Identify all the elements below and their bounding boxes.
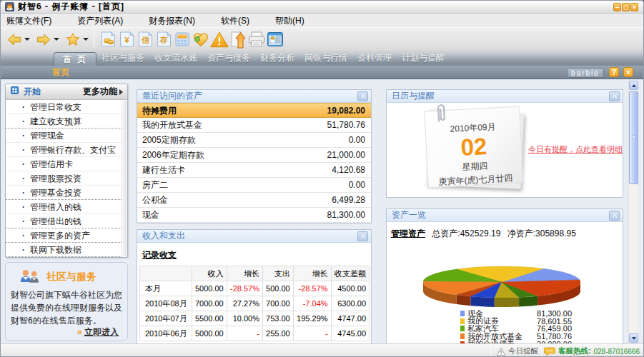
- scrollbar-thumb[interactable]: [629, 91, 638, 184]
- reminder-warning-icon[interactable]: [210, 29, 229, 49]
- asset-row-7[interactable]: 现金81,300.00: [137, 208, 371, 223]
- manage-assets-link[interactable]: 管理资产: [391, 228, 425, 238]
- forward-arrow-icon[interactable]: [36, 29, 51, 49]
- ie-cell-2-4: 4747.00: [331, 311, 369, 326]
- ie-cell-2-3: 195.29%: [293, 311, 331, 326]
- ie-cell-1-1: 27.27%: [227, 296, 262, 311]
- title-bar: 财智6 - 例子账簿 - [首页] — □ ×: [1, 1, 643, 14]
- start-panel-title: 开始: [24, 86, 41, 98]
- sidebar-item-7[interactable]: ·管理借入的钱: [6, 200, 122, 214]
- ie-col-header-0: [140, 266, 192, 281]
- asset-row-4[interactable]: 建行生活卡4,120.68: [137, 163, 371, 178]
- user-button[interactable]: barbie: [567, 68, 604, 78]
- print-icon[interactable]: [247, 29, 266, 49]
- sidebar-item-4[interactable]: ·管理信用卡: [6, 157, 122, 171]
- tab-4[interactable]: 网银与行情: [299, 52, 352, 66]
- total-assets-value: 总资产:452529.19: [432, 228, 500, 238]
- asset-row-2[interactable]: 2005定期存款0.00: [137, 133, 371, 148]
- more-functions-link[interactable]: 更多功能: [83, 86, 123, 98]
- back-arrow-icon[interactable]: [7, 29, 21, 49]
- favorites-star-dropdown-icon[interactable]: [83, 38, 89, 41]
- scroll-up-button[interactable]: [629, 81, 638, 90]
- tab-2[interactable]: 资产与债务: [202, 52, 255, 66]
- back-arrow-dropdown-icon[interactable]: [24, 38, 30, 41]
- menu-bar: 账簿文件(F)资产列表(A)财务报表(N)软件(S)帮助(H): [1, 14, 643, 27]
- ie-col-header-2: 增长: [227, 266, 262, 281]
- recent-assets-panel: 最近访问的资产 待摊费用19,082.00我的开放式基金51,780.76200…: [137, 89, 372, 223]
- page-close-button[interactable]: ×: [623, 67, 633, 77]
- deposit-icon[interactable]: 存: [154, 29, 173, 49]
- toolbar-group-12: [266, 29, 284, 49]
- assets-overview-close-icon[interactable]: [609, 211, 620, 221]
- asset-row-6[interactable]: 公积金6,499.28: [137, 193, 371, 208]
- income-expense-icon[interactable]: ¥: [117, 29, 136, 49]
- ie-row-3: 2010年06月5000.00-255.00-4745.00: [140, 326, 370, 341]
- paperclip-icon: [434, 104, 447, 125]
- asset-row-5[interactable]: 房产二0.00: [137, 178, 371, 193]
- legend-color-swatch: [460, 318, 465, 324]
- menu-item-1[interactable]: 资产列表(A): [71, 14, 133, 27]
- sidebar-item-5[interactable]: ·管理股票投资: [6, 171, 122, 186]
- assets-overview-header: 资产一览: [387, 209, 623, 222]
- sidebar-item-8[interactable]: ·管理借出的钱: [6, 214, 122, 228]
- upgrade-icon[interactable]: [229, 29, 247, 49]
- status-bar: 今日提醒 客服热线: 028-87016666: [1, 343, 643, 357]
- more-arrow-icon: [119, 89, 123, 95]
- sidebar-item-3[interactable]: ·管理银行存款、支付宝: [6, 143, 122, 157]
- maximize-button[interactable]: □: [622, 3, 630, 11]
- record-income-expense-link[interactable]: 记录收支: [142, 249, 177, 261]
- ie-table-head: 收入增长支出增长收支差额: [140, 266, 370, 281]
- menu-item-0[interactable]: 账簿文件(F): [1, 14, 61, 27]
- asset-row-3[interactable]: 2006年定期存款21,000.00: [137, 148, 371, 163]
- tab-0[interactable]: 社区与服务: [96, 52, 149, 66]
- tab-1[interactable]: 收支流水账: [149, 52, 202, 66]
- asset-row-0[interactable]: 待摊费用19,082.00: [137, 103, 371, 118]
- recent-assets-close-icon[interactable]: [357, 91, 368, 101]
- account-book-icon[interactable]: [99, 29, 117, 49]
- ie-table-body: 本月5000.00-28.57%500.00-28.57%4500.002010…: [140, 281, 370, 341]
- asset-row-1[interactable]: 我的开放式基金51,780.76: [137, 118, 371, 133]
- statusbar-separator2: [541, 346, 542, 356]
- scroll-down-button[interactable]: [629, 333, 638, 343]
- ie-cell-2-2: 753.00: [262, 311, 293, 326]
- enter-now-link[interactable]: 立即进入: [84, 327, 119, 337]
- ie-cell-1-2: 700.00: [262, 296, 293, 311]
- asset-value: 51,780.76: [327, 118, 365, 132]
- legend-color-swatch: [460, 326, 465, 331]
- window-title: 财智6 - 例子账簿 - [首页]: [18, 1, 124, 13]
- forward-arrow-dropdown-icon[interactable]: [54, 38, 59, 41]
- tab-6[interactable]: 计划与提醒: [397, 52, 450, 66]
- bullet-icon: ·: [22, 145, 25, 155]
- menu-item-2[interactable]: 财务报表(N): [143, 14, 205, 27]
- menu-item-4[interactable]: 帮助(H): [269, 14, 314, 27]
- menu-item-3[interactable]: 软件(S): [215, 14, 259, 27]
- sidebar-item-label: 管理现金: [30, 131, 64, 141]
- sidebar-item-10[interactable]: ·联网下载数据: [6, 243, 122, 257]
- sidebar-item-1[interactable]: ·建立收支预算: [6, 114, 122, 129]
- tab-3[interactable]: 财务分析: [255, 52, 299, 66]
- tab-home[interactable]: 首 页: [54, 52, 96, 66]
- community-header: 社区与服务: [19, 268, 122, 286]
- asset-name: 待摊费用: [142, 104, 327, 117]
- sidebar-item-9[interactable]: ·管理更多的资产: [6, 228, 122, 243]
- sidebar-item-6[interactable]: ·管理基金投资: [6, 186, 122, 200]
- credit-icon[interactable]: 信: [136, 29, 154, 49]
- about-icon[interactable]: [266, 29, 284, 49]
- vertical-scrollbar[interactable]: [628, 80, 638, 343]
- wealth-heart-icon[interactable]: [192, 29, 210, 49]
- ie-cell-2-1: 10.00%: [227, 311, 262, 326]
- close-button[interactable]: ×: [630, 3, 638, 11]
- today-reminder-link[interactable]: 今日有提醒，点此查看明细: [528, 144, 623, 155]
- calendar-close-icon[interactable]: [609, 91, 620, 101]
- income-expense-close-icon[interactable]: [357, 231, 368, 241]
- sidebar-item-label: 管理日常收支: [30, 102, 81, 112]
- today-reminder-status[interactable]: 今日提醒: [496, 344, 538, 357]
- help-button[interactable]: ?: [609, 67, 619, 77]
- content-area: 开始 更多功能 ·管理日常收支·建立收支预算·管理现金·管理银行存款、支付宝·管…: [1, 79, 643, 343]
- calculator-icon[interactable]: [173, 29, 192, 49]
- favorites-star-icon[interactable]: [66, 29, 80, 49]
- minimize-button[interactable]: —: [613, 3, 621, 11]
- sidebar-item-2[interactable]: ·管理现金: [6, 129, 122, 143]
- sidebar-item-0[interactable]: ·管理日常收支: [6, 100, 122, 114]
- tab-5[interactable]: 资料管理: [352, 52, 397, 66]
